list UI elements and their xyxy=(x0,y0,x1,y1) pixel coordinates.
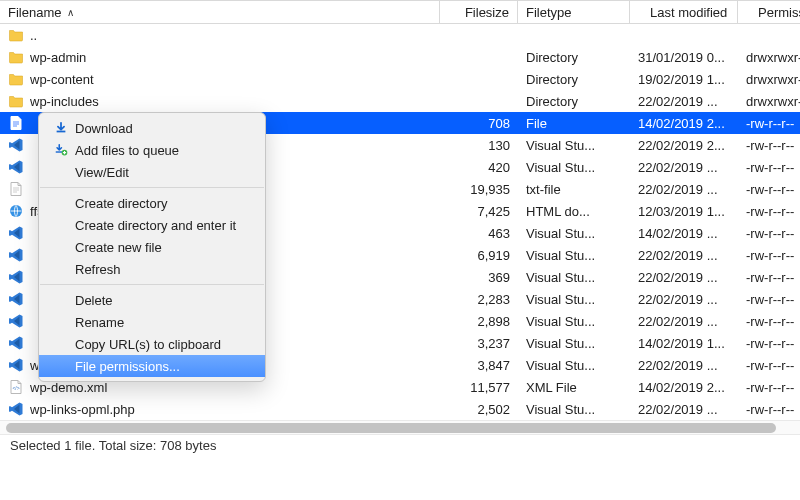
cell-filetype: Visual Stu... xyxy=(518,156,630,178)
cell-filesize: 11,577 xyxy=(440,376,518,398)
cell-filetype: Visual Stu... xyxy=(518,222,630,244)
cell-modified: 22/02/2019 ... xyxy=(630,156,738,178)
cell-modified: 22/02/2019 ... xyxy=(630,266,738,288)
cell-filetype: Visual Stu... xyxy=(518,244,630,266)
file-icon xyxy=(8,115,24,131)
cell-filetype: Visual Stu... xyxy=(518,354,630,376)
ctx-view-edit[interactable]: View/Edit xyxy=(39,161,265,183)
filename-text: wp-includes xyxy=(30,94,99,109)
ctx-refresh[interactable]: Refresh xyxy=(39,258,265,280)
cell-filesize xyxy=(440,68,518,90)
vscode-icon xyxy=(8,225,24,241)
cell-permissions: -rw-r--r-- xyxy=(738,288,800,310)
filename-text: wp-admin xyxy=(30,50,86,65)
status-bar: Selected 1 file. Total size: 708 bytes xyxy=(0,434,800,456)
table-row[interactable]: wp-links-opml.php2,502Visual Stu...22/02… xyxy=(0,398,800,420)
ctx-create-directory[interactable]: Create directory xyxy=(39,192,265,214)
cell-permissions: -rw-r--r-- xyxy=(738,200,800,222)
cell-filetype: Directory xyxy=(518,46,630,68)
cell-filesize: 2,898 xyxy=(440,310,518,332)
vscode-icon xyxy=(8,313,24,329)
cell-modified: 22/02/2019 ... xyxy=(630,354,738,376)
header-filesize[interactable]: Filesize xyxy=(440,1,518,23)
horizontal-scrollbar[interactable] xyxy=(0,420,800,434)
cell-permissions: drwxrwxr-x xyxy=(738,68,800,90)
header-last-modified[interactable]: Last modified xyxy=(630,1,738,23)
ctx-separator xyxy=(40,284,264,285)
cell-filetype: Directory xyxy=(518,68,630,90)
cell-modified: 22/02/2019 ... xyxy=(630,310,738,332)
ctx-delete[interactable]: Delete xyxy=(39,289,265,311)
header-filetype[interactable]: Filetype xyxy=(518,1,630,23)
status-text: Selected 1 file. Total size: 708 bytes xyxy=(10,438,216,453)
cell-filesize xyxy=(440,90,518,112)
cell-modified: 31/01/2019 0... xyxy=(630,46,738,68)
cell-filetype: File xyxy=(518,112,630,134)
table-row[interactable]: wp-adminDirectory31/01/2019 0...drwxrwxr… xyxy=(0,46,800,68)
cell-filesize: 130 xyxy=(440,134,518,156)
table-row[interactable]: .. xyxy=(0,24,800,46)
cell-modified: 19/02/2019 1... xyxy=(630,68,738,90)
cell-permissions: -rw-r--r-- xyxy=(738,332,800,354)
cell-filesize: 3,847 xyxy=(440,354,518,376)
filename-text: wp-content xyxy=(30,72,94,87)
ctx-create-directory-enter[interactable]: Create directory and enter it xyxy=(39,214,265,236)
svg-rect-3 xyxy=(56,151,63,152)
download-plus-icon xyxy=(53,142,69,158)
cell-filesize xyxy=(440,46,518,68)
cell-filetype: HTML do... xyxy=(518,200,630,222)
vscode-icon xyxy=(8,159,24,175)
ctx-create-file[interactable]: Create new file xyxy=(39,236,265,258)
cell-filetype: Directory xyxy=(518,90,630,112)
xml-icon: </> xyxy=(8,379,24,395)
cell-filesize: 7,425 xyxy=(440,200,518,222)
cell-permissions: -rw-r--r-- xyxy=(738,376,800,398)
folder-icon xyxy=(8,71,24,87)
header-permissions[interactable]: Permissions xyxy=(738,1,800,23)
cell-modified: 22/02/2019 2... xyxy=(630,134,738,156)
cell-filetype: Visual Stu... xyxy=(518,398,630,420)
ctx-download[interactable]: Download xyxy=(39,117,265,139)
ctx-file-permissions[interactable]: File permissions... xyxy=(39,355,265,377)
cell-filesize: 420 xyxy=(440,156,518,178)
ctx-copy-urls[interactable]: Copy URL(s) to clipboard xyxy=(39,333,265,355)
cell-filetype: XML File xyxy=(518,376,630,398)
cell-permissions: -rw-r--r-- xyxy=(738,112,800,134)
cell-modified: 14/02/2019 ... xyxy=(630,222,738,244)
cell-permissions: -rw-r--r-- xyxy=(738,244,800,266)
cell-filesize: 2,283 xyxy=(440,288,518,310)
ctx-rename[interactable]: Rename xyxy=(39,311,265,333)
cell-filetype: Visual Stu... xyxy=(518,134,630,156)
cell-filetype: txt-file xyxy=(518,178,630,200)
download-arrow-icon xyxy=(53,120,69,136)
cell-filesize xyxy=(440,24,518,46)
ctx-add-to-queue[interactable]: Add files to queue xyxy=(39,139,265,161)
folder-icon xyxy=(8,93,24,109)
filename-text: .. xyxy=(30,28,37,43)
header-filename[interactable]: Filename ∧ xyxy=(0,1,440,23)
cell-permissions: -rw-r--r-- xyxy=(738,222,800,244)
vscode-icon xyxy=(8,357,24,373)
table-row[interactable]: wp-contentDirectory19/02/2019 1...drwxrw… xyxy=(0,68,800,90)
cell-permissions: -rw-r--r-- xyxy=(738,156,800,178)
column-headers: Filename ∧ Filesize Filetype Last modifi… xyxy=(0,0,800,24)
horizontal-scrollbar-thumb[interactable] xyxy=(6,423,776,433)
file-icon xyxy=(8,181,24,197)
cell-permissions: drwxrwxr-x xyxy=(738,46,800,68)
cell-modified: 22/02/2019 ... xyxy=(630,90,738,112)
cell-modified: 14/02/2019 1... xyxy=(630,332,738,354)
svg-text:</>: </> xyxy=(12,385,19,391)
cell-filesize: 708 xyxy=(440,112,518,134)
ctx-separator xyxy=(40,187,264,188)
cell-filetype: Visual Stu... xyxy=(518,266,630,288)
cell-permissions: -rw-r--r-- xyxy=(738,354,800,376)
html-icon xyxy=(8,203,24,219)
context-menu: Download Add files to queue View/Edit Cr… xyxy=(38,112,266,382)
vscode-icon xyxy=(8,269,24,285)
file-list: ..wp-adminDirectory31/01/2019 0...drwxrw… xyxy=(0,24,800,420)
cell-filetype xyxy=(518,24,630,46)
table-row[interactable]: wp-includesDirectory22/02/2019 ...drwxrw… xyxy=(0,90,800,112)
cell-modified: 14/02/2019 2... xyxy=(630,376,738,398)
cell-permissions: -rw-r--r-- xyxy=(738,134,800,156)
cell-filesize: 369 xyxy=(440,266,518,288)
